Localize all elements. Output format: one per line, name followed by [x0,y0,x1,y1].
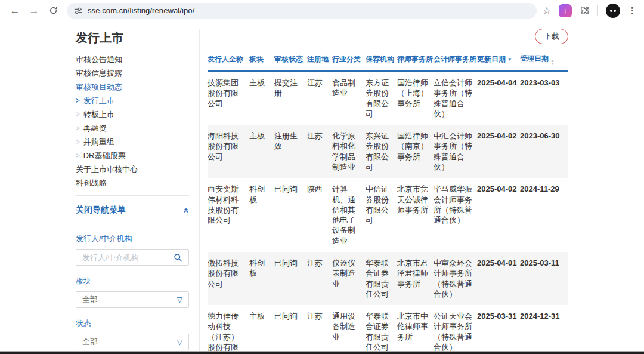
extensions-puzzle-icon[interactable] [580,5,590,16]
sidebar-divider [76,195,189,196]
download-manager-icon[interactable]: ↓ [559,4,572,17]
chevron-right-icon: > [76,123,80,133]
status-select[interactable]: 全部▽ [76,334,189,350]
bookmark-star-icon[interactable]: ☆ [543,5,551,16]
table-cell: 2025-04-01 [477,252,520,305]
issuer-search-input[interactable] [82,253,166,262]
table-cell: 海阳科技股份有限公司 [208,125,249,178]
sidebar-item[interactable]: 审核公告通知 [76,56,189,63]
forward-icon[interactable]: → [26,3,42,19]
column-header-label: 行业分类 [332,55,361,63]
table-cell: 主板 [249,71,274,125]
column-header: 律师事务所 [397,50,434,71]
column-header: 板块 [249,50,274,71]
filter-status-select: 状态全部▽ [76,318,189,350]
column-header: 审核状态 [274,50,307,71]
sidebar-item[interactable]: >并购重组 [76,138,189,146]
sidebar-item-label: 审核信息披露 [76,69,122,77]
browser-menu-icon[interactable]: ⋮ [628,5,637,16]
table-cell: 傲拓科技股份有限公司 [208,252,249,305]
table-cell: 2024-12-31 [520,305,568,354]
sidebar: 发行上市 审核公告通知审核信息披露审核项目动态>发行上市>转板上市>再融资>并购… [76,29,200,354]
table-cell: 已问询 [274,252,307,305]
table-cell: 化学原料和化学制品制造业 [332,125,366,178]
sidebar-item-label: 再融资 [83,124,107,132]
sidebar-item-label: 关于上市审核中心 [76,165,138,173]
download-button[interactable]: 下载 [535,29,568,44]
collapse-nav-button[interactable]: 关闭导航菜单 « [76,205,189,216]
table-cell: 西安奕斯伟材料科技股份有限公司 [208,178,249,252]
table-row: 德力佳传动科技（江苏）股份有限公司主板已问询江苏通用设备制造业华泰联合证券有限责… [208,305,568,354]
sidebar-item[interactable]: >转板上市 [76,110,189,118]
table-cell: 2025-04-02 [477,125,520,178]
table-cell: 主板 [249,305,274,354]
column-header: 保荐机构 [366,50,397,71]
sidebar-item-label: 并购重组 [83,138,114,146]
sidebar-item[interactable]: 关于上市审核中心 [76,165,189,173]
board-select[interactable]: 全部▽ [76,291,189,308]
table-cell: 仪器仪表制造业 [332,252,366,305]
refresh-icon[interactable] [45,3,61,19]
table-cell: 德力佳传动科技（江苏）股份有限公司 [208,305,249,354]
sidebar-item[interactable]: >DR基础股票 [76,152,189,159]
column-header-label: 板块 [249,55,264,63]
table-cell: 提交注册 [274,71,307,125]
table-cell: 江苏 [307,71,332,125]
table-cell: 中汇会计师事务所（特殊普通合伙） [434,125,477,178]
sort-toggle-icon[interactable]: ▲▼ [550,59,555,65]
column-header[interactable]: 更新日期▼ [477,50,520,71]
url-text[interactable]: sse.com.cn/listing/renewal/ipo/ [88,6,194,15]
site-settings-icon[interactable] [74,7,82,15]
table-cell: 2025-03-11 [520,252,568,305]
table-cell: 北京市竞天公诚律师事务所 [397,178,434,252]
back-icon[interactable]: ← [7,3,23,19]
sidebar-item[interactable]: >再融资 [76,124,189,132]
sidebar-nav: 审核公告通知审核信息披露审核项目动态>发行上市>转板上市>再融资>并购重组>DR… [76,56,189,187]
table-cell: 2025-04-02 [477,178,520,252]
table-cell: 计算机、通信和其他电子设备制造业 [332,178,366,252]
table-row: 傲拓科技股份有限公司科创板已问询江苏仪器仪表制造业华泰联合证券有限责任公司北京市… [208,252,568,305]
column-header-label: 会计师事务所 [434,55,476,63]
column-header-label: 受理日期 [520,54,549,63]
sidebar-item[interactable]: 科创战略 [76,179,189,187]
page-title: 发行上市 [76,30,189,46]
column-header: 行业分类 [332,50,366,71]
table-cell: 2023-06-30 [520,125,568,178]
sidebar-item[interactable]: 审核信息披露 [76,69,189,77]
table-cell: 东方证券股份有限公司 [366,71,397,125]
dropdown-arrow-icon: ▽ [177,295,182,304]
table-cell: 2025-03-31 [477,305,520,354]
column-header: 会计师事务所 [434,50,477,71]
column-header-label: 注册地 [307,55,329,63]
select-value: 全部 [82,337,98,347]
sidebar-item[interactable]: 审核项目动态 [76,83,189,91]
chevron-right-icon: > [76,150,80,161]
sort-desc-icon[interactable]: ▼ [507,57,512,62]
profile-avatar[interactable] [606,4,620,18]
search-icon[interactable] [174,253,182,262]
table-cell: 华泰联合证券有限责任公司 [366,305,397,354]
column-header[interactable]: 受理日期▲▼ [520,50,568,71]
column-header: 注册地 [307,50,332,71]
sidebar-item[interactable]: >发行上市 [76,97,189,104]
table-cell: 东兴证券股份有限公司 [366,125,397,178]
table-cell: 食品制造业 [332,71,366,125]
sidebar-item-label: 审核项目动态 [76,83,122,91]
url-bar[interactable]: sse.com.cn/listing/renewal/ipo/ [67,3,537,19]
table-cell: 中审众环会计师事务所（特殊普通合伙） [434,252,477,305]
column-header-label: 审核状态 [274,55,303,63]
column-header-label: 更新日期 [477,55,506,63]
table-cell: 立信会计师事务所（特殊普通合伙） [434,71,477,125]
table-cell: 已问询 [274,178,307,252]
table-row: 西安奕斯伟材料科技股份有限公司科创板已问询陕西计算机、通信和其他电子设备制造业中… [208,178,568,252]
table-cell: 江苏 [307,252,332,305]
filter-label: 状态 [76,318,189,329]
collapse-chevrons-icon: « [181,208,191,213]
chevron-right-icon: > [76,137,80,147]
table-cell: 技源集团股份有限公司 [208,71,249,125]
table-header-row: 发行人全称板块审核状态注册地行业分类保荐机构律师事务所会计师事务所更新日期▼受理… [208,50,568,71]
column-header-label: 律师事务所 [397,55,433,63]
sidebar-item-label: 科创战略 [76,179,107,187]
sidebar-item-label: 审核公告通知 [76,56,122,63]
table-cell: 国浩律师（上海）事务所 [397,71,434,125]
